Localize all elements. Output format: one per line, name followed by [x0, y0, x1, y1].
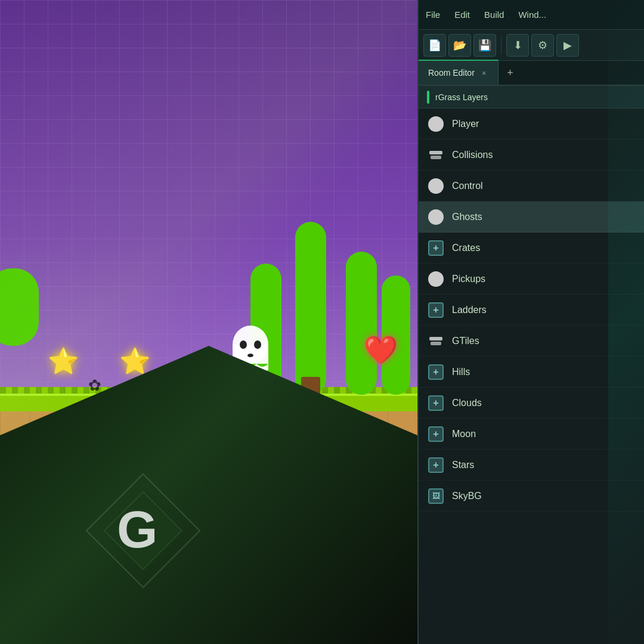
layer-image-icon: 🖼	[428, 488, 444, 504]
layers-list[interactable]: Player CollisionsControlGhosts+CratesPic…	[419, 109, 644, 644]
layer-item-skybg[interactable]: 🖼SkyBG	[419, 481, 644, 512]
run-icon: ▶	[564, 39, 572, 52]
right-panel: File Edit Build Wind... 📄 📂 💾 ⬇ ⚙ ▶ Room…	[417, 0, 644, 644]
svg-text:G: G	[117, 500, 157, 559]
layer-plus-icon: +	[428, 457, 444, 473]
layer-name: SkyBG	[452, 491, 634, 501]
download-button[interactable]: ⬇	[506, 34, 529, 57]
layer-circle-icon	[428, 271, 444, 287]
layer-item-crates[interactable]: +Crates	[419, 233, 644, 264]
layer-name: Ghosts	[452, 212, 634, 222]
sub-header-title: rGrass Layers	[435, 92, 488, 102]
layer-name: Collisions	[452, 150, 634, 160]
heart-item: ❤️	[364, 334, 398, 366]
room-editor-tab[interactable]: Room Editor ×	[419, 60, 499, 85]
run-button[interactable]: ▶	[556, 34, 579, 57]
layer-name: Ladders	[452, 305, 634, 315]
layer-item-moon[interactable]: +Moon	[419, 419, 644, 450]
new-file-button[interactable]: 📄	[423, 34, 446, 57]
menu-window[interactable]: Wind...	[518, 10, 546, 20]
layer-item-collisions[interactable]: Collisions	[419, 140, 644, 171]
layer-name: Moon	[452, 429, 634, 439]
layer-name: Pickups	[452, 274, 634, 284]
layer-name: Crates	[452, 243, 634, 253]
layer-item-hills[interactable]: +Hills	[419, 357, 644, 388]
tab-add-button[interactable]: +	[499, 61, 521, 85]
settings-icon: ⚙	[538, 39, 547, 52]
tab-label: Room Editor	[428, 68, 475, 78]
gamemaker-logo: G	[78, 465, 209, 596]
left-platform	[0, 268, 39, 346]
layer-circle-icon	[428, 116, 444, 132]
layer-plus-icon: +	[428, 395, 444, 411]
layer-plus-icon: +	[428, 426, 444, 442]
layer-item-gtiles[interactable]: GTiles	[419, 326, 644, 357]
layer-name: Stars	[452, 460, 634, 470]
layer-stack-icon	[428, 333, 444, 349]
layer-circle-icon	[428, 209, 444, 225]
layer-plus-icon: +	[428, 364, 444, 380]
active-indicator	[427, 91, 429, 104]
game-canvas: ⭐ ⭐ ❤️ ✿ G	[0, 0, 417, 644]
star-1: ⭐	[48, 346, 79, 376]
toolbar-separator-1	[501, 36, 501, 54]
star-2: ⭐	[119, 346, 150, 376]
layer-item-clouds[interactable]: +Clouds	[419, 388, 644, 419]
layer-plus-icon: +	[428, 302, 444, 318]
tree-2	[295, 222, 326, 395]
svg-point-3	[254, 340, 261, 349]
tree-3	[346, 252, 377, 395]
deco-flower: ✿	[88, 376, 101, 395]
download-icon: ⬇	[513, 39, 522, 52]
layer-item-stars[interactable]: +Stars	[419, 450, 644, 481]
open-button[interactable]: 📂	[448, 34, 471, 57]
open-icon: 📂	[453, 39, 466, 52]
toolbar: 📄 📂 💾 ⬇ ⚙ ▶	[419, 30, 644, 61]
layer-plus-icon: +	[428, 240, 444, 256]
svg-point-4	[247, 354, 253, 357]
settings-button[interactable]: ⚙	[531, 34, 554, 57]
layer-item-ladders[interactable]: +Ladders	[419, 295, 644, 326]
tab-bar: Room Editor × +	[419, 61, 644, 86]
layer-name: Control	[452, 181, 634, 191]
svg-point-2	[240, 340, 247, 349]
layer-name: GTiles	[452, 336, 634, 346]
layer-name: Clouds	[452, 398, 634, 408]
layer-stack-icon	[428, 147, 444, 163]
layer-item-pickups[interactable]: Pickups	[419, 264, 644, 295]
layer-item-ghosts[interactable]: Ghosts	[419, 202, 644, 233]
menu-edit[interactable]: Edit	[454, 10, 470, 20]
new-file-icon: 📄	[428, 39, 441, 52]
menu-build[interactable]: Build	[484, 10, 504, 20]
layer-circle-icon	[428, 178, 444, 194]
save-icon: 💾	[478, 39, 491, 52]
menu-bar: File Edit Build Wind...	[419, 0, 644, 30]
layer-name: Player	[452, 119, 634, 129]
save-button[interactable]: 💾	[473, 34, 496, 57]
layer-item-control[interactable]: Control	[419, 171, 644, 202]
menu-file[interactable]: File	[426, 10, 440, 20]
sub-header: rGrass Layers	[419, 86, 644, 109]
layer-item-player[interactable]: Player	[419, 109, 644, 140]
layer-name: Hills	[452, 367, 634, 377]
tab-close-button[interactable]: ×	[479, 67, 489, 79]
